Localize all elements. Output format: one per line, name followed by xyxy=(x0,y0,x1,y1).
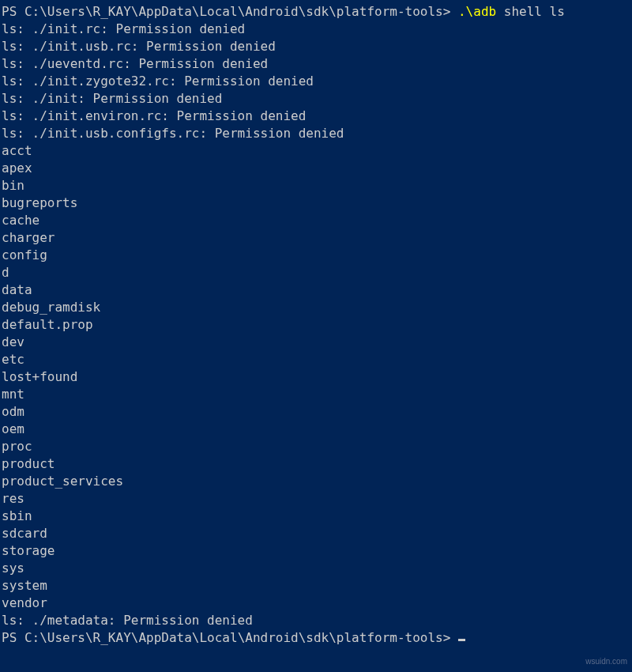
command-args: shell ls xyxy=(496,4,565,19)
output-line: ls: ./init: Permission denied xyxy=(2,90,630,108)
prompt-suffix: > xyxy=(443,4,458,19)
output-line: config xyxy=(2,247,630,264)
output-line: storage xyxy=(2,542,630,560)
prompt-line-2[interactable]: PS C:\Users\R_KAY\AppData\Local\Android\… xyxy=(2,629,630,647)
ps-prefix: PS xyxy=(2,630,24,645)
output-line: sbin xyxy=(2,508,630,525)
output-line: mnt xyxy=(2,386,630,403)
output-line: odm xyxy=(2,403,630,421)
output-line: sys xyxy=(2,560,630,577)
output-line: etc xyxy=(2,351,630,368)
prompt-path: C:\Users\R_KAY\AppData\Local\Android\sdk… xyxy=(24,4,443,19)
output-line: proc xyxy=(2,438,630,455)
watermark-text: wsuidn.com xyxy=(585,653,627,670)
output-line: acct xyxy=(2,142,630,160)
output-line: vendor xyxy=(2,595,630,612)
output-line: product xyxy=(2,455,630,473)
output-line: oem xyxy=(2,421,630,438)
terminal-output[interactable]: PS C:\Users\R_KAY\AppData\Local\Android\… xyxy=(2,3,630,647)
output-line: bin xyxy=(2,177,630,194)
output-line: ls: ./init.usb.rc: Permission denied xyxy=(2,38,630,55)
output-line: d xyxy=(2,264,630,281)
cursor-icon xyxy=(458,639,465,641)
output-line: apex xyxy=(2,160,630,177)
output-line: charger xyxy=(2,229,630,247)
output-line: res xyxy=(2,490,630,508)
output-line: product_services xyxy=(2,473,630,490)
output-line: lost+found xyxy=(2,368,630,386)
command-exe: .\adb xyxy=(458,4,496,19)
output-line: cache xyxy=(2,212,630,229)
ps-prefix: PS xyxy=(2,4,24,19)
output-line: system xyxy=(2,577,630,595)
output-line: ls: ./init.rc: Permission denied xyxy=(2,21,630,38)
output-line: debug_ramdisk xyxy=(2,299,630,316)
output-line: bugreports xyxy=(2,194,630,212)
output-line: dev xyxy=(2,334,630,351)
prompt-suffix: > xyxy=(443,630,458,645)
prompt-line-1: PS C:\Users\R_KAY\AppData\Local\Android\… xyxy=(2,3,630,21)
output-line: ls: ./ueventd.rc: Permission denied xyxy=(2,55,630,73)
output-line: default.prop xyxy=(2,316,630,334)
output-line: sdcard xyxy=(2,525,630,542)
output-line: ls: ./init.environ.rc: Permission denied xyxy=(2,108,630,125)
output-line: ls: ./init.usb.configfs.rc: Permission d… xyxy=(2,125,630,142)
output-line: data xyxy=(2,281,630,299)
output-line: ls: ./metadata: Permission denied xyxy=(2,612,630,629)
output-line: ls: ./init.zygote32.rc: Permission denie… xyxy=(2,73,630,90)
prompt-path: C:\Users\R_KAY\AppData\Local\Android\sdk… xyxy=(24,630,443,645)
